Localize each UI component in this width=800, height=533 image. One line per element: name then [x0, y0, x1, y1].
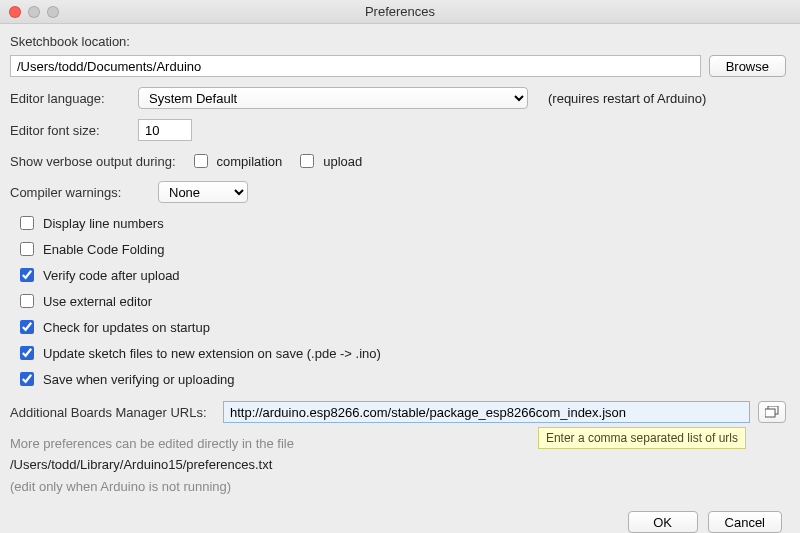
window-stack-icon [765, 406, 779, 418]
window-title: Preferences [0, 4, 800, 19]
browse-button[interactable]: Browse [709, 55, 786, 77]
verbose-upload-label: upload [323, 154, 362, 169]
verbose-compilation-label: compilation [217, 154, 283, 169]
check-updates-checkbox[interactable] [20, 320, 34, 334]
verify-after-upload-checkbox[interactable] [20, 268, 34, 282]
external-editor-label: Use external editor [43, 294, 152, 309]
verbose-compilation-checkbox[interactable] [194, 154, 208, 168]
external-editor-checkbox[interactable] [20, 294, 34, 308]
more-prefs-path: /Users/todd/Library/Arduino15/preference… [10, 454, 786, 475]
save-on-verify-checkbox[interactable] [20, 372, 34, 386]
display-line-numbers-label: Display line numbers [43, 216, 164, 231]
more-prefs-line2: (edit only when Arduino is not running) [10, 476, 786, 497]
editor-font-size-label: Editor font size: [10, 123, 130, 138]
display-line-numbers-checkbox[interactable] [20, 216, 34, 230]
verify-after-upload-label: Verify code after upload [43, 268, 180, 283]
verbose-output-label: Show verbose output during: [10, 154, 176, 169]
ok-button[interactable]: OK [628, 511, 698, 533]
titlebar: Preferences [0, 0, 800, 24]
sketchbook-location-input[interactable] [10, 55, 701, 77]
sketchbook-location-label: Sketchbook location: [10, 34, 130, 49]
boards-urls-label: Additional Boards Manager URLs: [10, 405, 215, 420]
compiler-warnings-select[interactable]: None [158, 181, 248, 203]
editor-font-size-input[interactable] [138, 119, 192, 141]
code-folding-checkbox[interactable] [20, 242, 34, 256]
editor-language-select[interactable]: System Default [138, 87, 528, 109]
save-on-verify-label: Save when verifying or uploading [43, 372, 235, 387]
code-folding-label: Enable Code Folding [43, 242, 164, 257]
update-ext-label: Update sketch files to new extension on … [43, 346, 381, 361]
boards-urls-expand-button[interactable] [758, 401, 786, 423]
check-updates-label: Check for updates on startup [43, 320, 210, 335]
boards-urls-tooltip: Enter a comma separated list of urls [538, 427, 746, 449]
svg-rect-1 [765, 409, 775, 417]
boards-urls-input[interactable] [223, 401, 750, 423]
compiler-warnings-label: Compiler warnings: [10, 185, 150, 200]
verbose-upload-checkbox[interactable] [300, 154, 314, 168]
editor-language-label: Editor language: [10, 91, 130, 106]
update-ext-checkbox[interactable] [20, 346, 34, 360]
cancel-button[interactable]: Cancel [708, 511, 782, 533]
editor-language-hint: (requires restart of Arduino) [548, 91, 706, 106]
